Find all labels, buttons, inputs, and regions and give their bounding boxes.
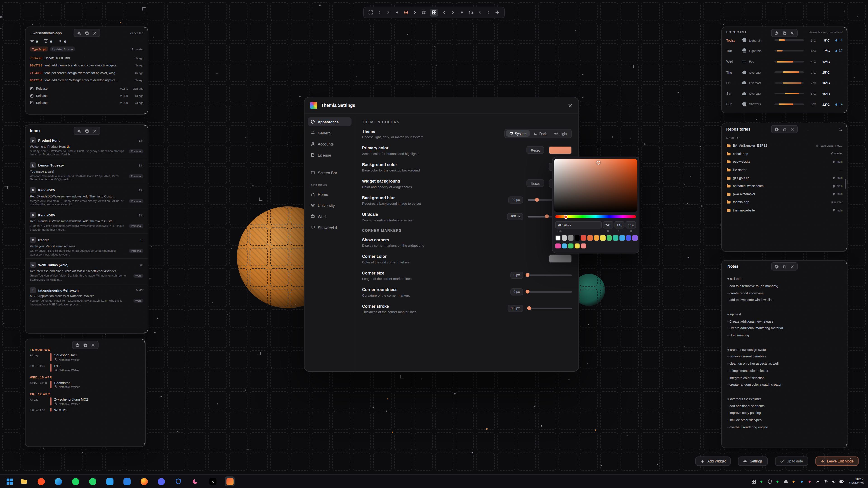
- grid-cell[interactable]: [188, 43, 206, 61]
- grid-cell[interactable]: [332, 412, 350, 430]
- grid-cell[interactable]: [641, 268, 659, 287]
- grid-cell[interactable]: [2, 268, 21, 287]
- grid-cell[interactable]: [209, 84, 227, 102]
- grid-cell[interactable]: [579, 453, 598, 471]
- grid-cell[interactable]: [291, 412, 309, 430]
- grid-cell[interactable]: [621, 64, 639, 82]
- grid-cell[interactable]: [662, 84, 680, 102]
- grid-cell[interactable]: [847, 330, 866, 348]
- grid-cell[interactable]: [2, 248, 21, 266]
- grid-cell[interactable]: [682, 391, 701, 410]
- grid-cell[interactable]: [105, 453, 124, 471]
- grid-cell[interactable]: [250, 23, 268, 41]
- grid-cell[interactable]: [600, 125, 618, 143]
- grid-cell[interactable]: [579, 350, 598, 368]
- grid-cell[interactable]: [291, 432, 309, 451]
- grid-cell[interactable]: [662, 432, 680, 451]
- grid-cell[interactable]: [270, 453, 288, 471]
- grid-cell[interactable]: [682, 2, 701, 21]
- grid-cell[interactable]: [209, 309, 227, 328]
- modal-close-icon[interactable]: [567, 103, 573, 108]
- grid-cell[interactable]: [229, 64, 247, 82]
- grid-cell[interactable]: [291, 2, 309, 21]
- green-input[interactable]: [614, 221, 625, 229]
- grid-cell[interactable]: [703, 350, 721, 368]
- grid-cell[interactable]: [250, 391, 268, 410]
- grid-cell[interactable]: [682, 64, 701, 82]
- grid-cell[interactable]: [229, 186, 247, 205]
- color-cursor[interactable]: [596, 161, 600, 164]
- grid-cell[interactable]: [662, 412, 680, 430]
- forecast-row[interactable]: SunShowers5°C12°C6.4: [722, 99, 847, 109]
- repository-row[interactable]: nathaniel-walser.commain: [726, 182, 842, 190]
- email-list-item[interactable]: PProduct Hunt13hWelcome to Product Hunt …: [26, 134, 148, 159]
- grid-cell[interactable]: [641, 84, 659, 102]
- grid-cell[interactable]: [270, 166, 288, 184]
- grid-cell[interactable]: [209, 186, 227, 205]
- grid-cell[interactable]: [352, 391, 371, 410]
- grid-cell[interactable]: [703, 145, 721, 164]
- grid-cell[interactable]: [229, 125, 247, 143]
- grid-cell[interactable]: [209, 105, 227, 123]
- grid-cell[interactable]: [703, 84, 721, 102]
- palette-swatch[interactable]: [581, 243, 586, 249]
- grid-cell[interactable]: [621, 84, 639, 102]
- grid-cell[interactable]: [229, 43, 247, 61]
- grid-cell[interactable]: [147, 84, 165, 102]
- grid-cell[interactable]: [847, 309, 866, 328]
- grid-cell[interactable]: [209, 2, 227, 21]
- grid-cell[interactable]: [167, 391, 185, 410]
- grid-cell[interactable]: [2, 330, 21, 348]
- grid-cell[interactable]: [414, 391, 433, 410]
- add-widget-button[interactable]: Add Widget: [695, 456, 731, 466]
- grid-cell[interactable]: [229, 350, 247, 368]
- palette-swatch[interactable]: [581, 235, 586, 240]
- grid-cell[interactable]: [147, 453, 165, 471]
- widget-resize-handle[interactable]: [844, 260, 847, 264]
- grid-cell[interactable]: [270, 391, 288, 410]
- grid-cell[interactable]: [147, 125, 165, 143]
- widget-settings-icon[interactable]: [76, 129, 81, 133]
- widget-settings-icon[interactable]: [75, 343, 80, 347]
- widget-resize-handle[interactable]: [844, 27, 847, 31]
- taskbar-clock[interactable]: 16:17 13/04/2026: [849, 478, 864, 485]
- grid-cell[interactable]: [476, 453, 495, 471]
- repository-row[interactable]: file-sorter—: [726, 166, 842, 174]
- grid-cell[interactable]: [682, 371, 701, 389]
- forecast-row[interactable]: TueLight rain4°C7°C2.7: [722, 46, 847, 56]
- grid-cell[interactable]: [435, 64, 454, 82]
- grid-cell[interactable]: [497, 412, 515, 430]
- grid-cell[interactable]: [188, 391, 206, 410]
- grid-cell[interactable]: [2, 105, 21, 123]
- grid-cell[interactable]: [414, 453, 433, 471]
- grid-cell[interactable]: [291, 391, 309, 410]
- grid-cell[interactable]: [250, 64, 268, 82]
- grid-cell[interactable]: [497, 453, 515, 471]
- grid-cell[interactable]: [703, 186, 721, 205]
- palette-swatch[interactable]: [555, 235, 560, 240]
- grid-cell[interactable]: [621, 125, 639, 143]
- grid-cell[interactable]: [2, 432, 21, 451]
- grid-cell[interactable]: [229, 330, 247, 348]
- sidebar-item-license[interactable]: License: [308, 151, 351, 159]
- grid-cell[interactable]: [641, 371, 659, 389]
- grid-cell[interactable]: [126, 453, 144, 471]
- grid-cell[interactable]: [703, 125, 721, 143]
- volume-icon[interactable]: [831, 479, 836, 484]
- grid-cell[interactable]: [497, 432, 515, 451]
- grid-cell[interactable]: [291, 23, 309, 41]
- sidebar-item-screen-bar[interactable]: Screen Bar: [308, 168, 351, 177]
- palette-swatch[interactable]: [632, 235, 638, 240]
- grid-cell[interactable]: [538, 43, 557, 61]
- grid-cell[interactable]: [394, 391, 412, 410]
- vscode-taskbar-button[interactable]: [105, 477, 115, 486]
- scrollbar-thumb[interactable]: [845, 179, 846, 189]
- chevron-left-icon[interactable]: [377, 10, 382, 15]
- grid-cell[interactable]: [167, 453, 185, 471]
- discord-taskbar-button[interactable]: [156, 477, 166, 486]
- repository-row[interactable]: gzs-gais.chmain: [726, 174, 842, 182]
- grid-cell[interactable]: [332, 371, 350, 389]
- grid-cell[interactable]: [64, 2, 82, 21]
- grid-cell[interactable]: [497, 23, 515, 41]
- grid-cell[interactable]: [167, 432, 185, 451]
